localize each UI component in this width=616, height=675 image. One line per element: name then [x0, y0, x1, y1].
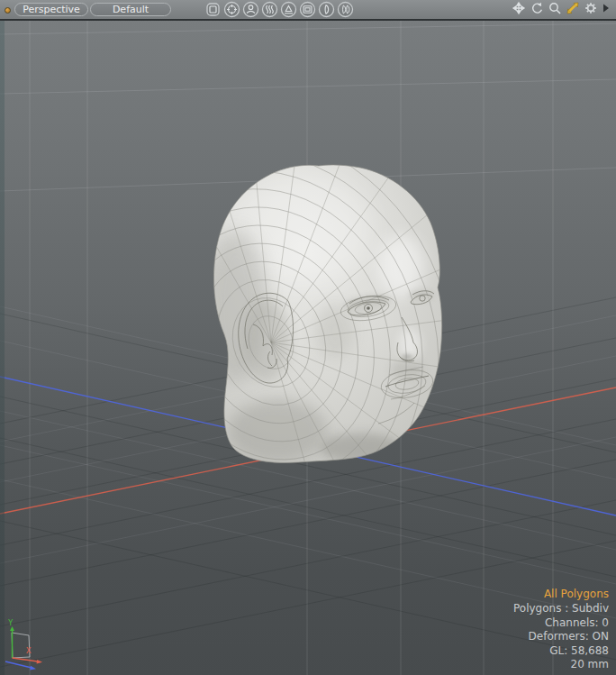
pan-icon[interactable] [512, 1, 526, 15]
items-visibility-icon[interactable] [242, 1, 259, 18]
action-center-icon[interactable] [223, 1, 240, 18]
grid-size-status: 20 mm [513, 658, 609, 672]
viewport-left-edge-shade [0, 21, 5, 675]
rotate-view-icon[interactable] [530, 1, 544, 15]
y-axis-arrow: Y [8, 618, 14, 658]
z-axis-arrow [5, 661, 36, 670]
viewport-type-button[interactable]: Perspective [14, 3, 88, 16]
deformers-status: Deformers: ON [513, 630, 609, 644]
svg-text:X: X [26, 646, 32, 655]
gl-count-status: GL: 58,688 [513, 644, 609, 659]
shading-mode-button[interactable]: Default [90, 3, 171, 16]
backdrop-visibility-icon[interactable] [299, 1, 316, 18]
render-region-icon[interactable] [204, 1, 222, 18]
selection-mode-status: All Polygons [513, 588, 609, 602]
svg-text:Y: Y [8, 618, 14, 627]
viewport-menu-arrow-icon[interactable] [602, 2, 611, 14]
book-icon[interactable] [337, 1, 354, 18]
head-model[interactable] [4, 0, 597, 666]
viewport-toolbar: Perspective Default [0, 0, 616, 21]
perspective-viewport[interactable] [0, 0, 616, 675]
viewport-status-readout: All Polygons Polygons : Subdiv Channels:… [513, 588, 609, 672]
viewport-state-dot[interactable] [5, 7, 11, 14]
fur-visibility-icon[interactable] [261, 1, 278, 18]
x-axis-arrow: X [13, 646, 43, 664]
workplane-axis-gizmo: Y X [2, 617, 58, 673]
page-icon[interactable] [318, 1, 335, 18]
item-type-status: Polygons : Subdiv [513, 602, 609, 616]
viewport-settings-gear-icon[interactable] [584, 1, 598, 15]
3d-viewport-window: Perspective Default [0, 0, 616, 675]
channels-status: Channels: 0 [513, 616, 609, 631]
lights-visibility-icon[interactable] [280, 1, 297, 18]
fit-view-icon[interactable] [566, 1, 580, 15]
zoom-icon[interactable] [548, 1, 562, 15]
